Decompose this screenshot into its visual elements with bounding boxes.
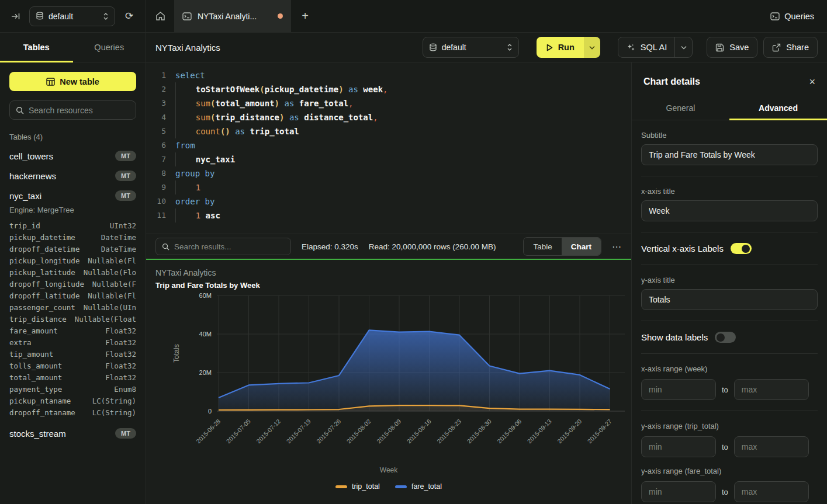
code-line[interactable]: 5 count() as trip_total [146, 124, 631, 138]
tab-title: NYTaxi Analyti... [198, 12, 272, 21]
line-number: 3 [146, 96, 166, 110]
column-row[interactable]: payment_type Enum8 [9, 384, 136, 395]
column-row[interactable]: passenger_count Nullable(UIn [9, 302, 136, 314]
chart-details-body: Subtitle x-axis title Vertical x-axis La… [632, 120, 827, 504]
column-name: total_amount [9, 372, 62, 384]
column-row[interactable]: dropoff_datetime DateTime [9, 244, 136, 255]
xaxis-title-input[interactable] [641, 200, 818, 221]
sql-ai-label: SQL AI [641, 43, 667, 52]
code-line[interactable]: 11 1 asc [146, 208, 631, 223]
more-options-icon[interactable]: ⋯ [612, 241, 622, 252]
table-name: cell_towers [9, 151, 115, 161]
column-row[interactable]: trip_id UInt32 [9, 220, 136, 232]
table-row[interactable]: hackernews MT [9, 171, 136, 181]
column-row[interactable]: dropoff_ntaname LC(String) [9, 407, 136, 419]
column-row[interactable]: pickup_latitude Nullable(Flo [9, 267, 136, 279]
save-label: Save [729, 43, 749, 52]
sql-editor[interactable]: 1select2 toStartOfWeek(pickup_datetime) … [146, 62, 631, 234]
column-row[interactable]: tolls_amount Float32 [9, 360, 136, 372]
code-line[interactable]: 6from [146, 138, 631, 152]
save-icon [715, 43, 724, 52]
queries-button[interactable]: Queries [757, 0, 827, 32]
save-button[interactable]: Save [707, 37, 757, 58]
subtitle-field-label: Subtitle [641, 131, 818, 140]
sidebar-tab-tables[interactable]: Tables [0, 33, 73, 62]
column-row[interactable]: total_amount Float32 [9, 372, 136, 384]
table-row[interactable]: cell_towers MT [9, 151, 136, 161]
database-selector-value: default [49, 12, 98, 21]
x-tick-label: 2015-09-27 [586, 418, 613, 445]
code-line[interactable]: 3 sum(total_amount) as fare_total, [146, 96, 631, 110]
search-resources-input[interactable] [29, 106, 130, 115]
chart-title: NYTaxi Analytics [155, 268, 622, 277]
run-button[interactable]: Run [537, 37, 600, 58]
column-row[interactable]: dropoff_longitude Nullable(F [9, 279, 136, 290]
database-selector[interactable]: default [29, 6, 115, 26]
chart-details-panel: Chart details × General Advanced Subtitl… [631, 62, 827, 504]
code-line[interactable]: 8group by [146, 166, 631, 180]
share-button[interactable]: Share [763, 37, 818, 58]
tab-advanced[interactable]: Advanced [729, 98, 827, 120]
legend-item[interactable]: trip_total [335, 482, 380, 491]
code-line[interactable]: 10order by [146, 194, 631, 208]
xrange-max-input[interactable] [734, 379, 809, 400]
queries-button-label: Queries [784, 12, 814, 21]
refresh-icon[interactable]: ⟳ [121, 8, 137, 25]
table-row[interactable]: stocks_stream MT [9, 428, 136, 439]
column-row[interactable]: dropoff_latitude Nullable(Fl [9, 290, 136, 302]
column-row[interactable]: fare_amount Float32 [9, 325, 136, 337]
x-tick-label: 2015-09-13 [525, 418, 553, 445]
run-options-chevron[interactable] [584, 37, 600, 58]
table-name: nyc_taxi [9, 191, 115, 201]
code-line[interactable]: 1select [146, 68, 631, 82]
sql-ai-button[interactable]: SQL AI [618, 37, 693, 58]
svg-text:60M: 60M [199, 292, 212, 299]
query-tab[interactable]: NYTaxi Analyti... [174, 0, 291, 32]
sql-ai-chevron[interactable] [674, 37, 692, 57]
table-row[interactable]: nyc_taxi MT [9, 190, 136, 201]
column-type: Enum8 [114, 384, 136, 395]
x-axis-title: Week [155, 466, 622, 474]
code-line[interactable]: 2 toStartOfWeek(pickup_datetime) as week… [146, 82, 631, 96]
view-toggle-chart[interactable]: Chart [562, 238, 601, 255]
sidebar-tab-queries[interactable]: Queries [73, 33, 146, 62]
results-search [155, 238, 291, 255]
console-icon [770, 12, 780, 20]
vertical-labels-toggle[interactable] [731, 243, 752, 254]
query-database-selector[interactable]: default [423, 37, 519, 58]
data-labels-toggle[interactable] [715, 332, 736, 343]
new-tab-button[interactable]: + [291, 0, 319, 32]
subtitle-input[interactable] [641, 144, 818, 165]
xrange-min-input[interactable] [641, 379, 716, 400]
column-row[interactable]: tip_amount Float32 [9, 349, 136, 360]
view-toggle-table[interactable]: Table [524, 238, 561, 255]
chart-plot[interactable]: 020M40M60M2015-06-282015-07-052015-07-12… [155, 290, 622, 465]
code-line[interactable]: 9 1 [146, 180, 631, 194]
column-row[interactable]: extra Float32 [9, 337, 136, 349]
yrange-fare-max-input[interactable] [734, 481, 809, 502]
legend-item[interactable]: fare_total [395, 482, 442, 491]
yrange-fare-label: y-axis range (fare_total) [641, 467, 818, 475]
new-table-button[interactable]: New table [9, 72, 136, 91]
code-line[interactable]: 4 sum(trip_distance) as distance_total, [146, 110, 631, 124]
home-icon[interactable] [146, 0, 174, 32]
column-row[interactable]: pickup_longitude Nullable(Fl [9, 255, 136, 267]
column-row[interactable]: trip_distance Nullable(Float [9, 314, 136, 325]
chart-legend: trip_total fare_total [155, 482, 622, 491]
run-button-main[interactable]: Run [537, 37, 584, 58]
column-row[interactable]: pickup_ntaname LC(String) [9, 395, 136, 407]
code-line[interactable]: 7 nyc_taxi [146, 152, 631, 166]
search-results-input[interactable] [174, 242, 285, 251]
yrange-trip-min-input[interactable] [641, 436, 716, 457]
column-row[interactable]: pickup_datetime DateTime [9, 232, 136, 244]
yrange-fare-min-input[interactable] [641, 481, 716, 502]
collapse-sidebar-icon[interactable] [8, 9, 23, 24]
database-icon [36, 12, 44, 20]
tab-general[interactable]: General [632, 98, 729, 120]
yrange-trip-max-input[interactable] [734, 436, 809, 457]
chart-details-tabs: General Advanced [632, 98, 827, 120]
column-type: Nullable(F [92, 279, 136, 290]
yaxis-title-input[interactable] [641, 289, 818, 310]
close-icon[interactable]: × [809, 77, 815, 87]
x-tick-label: 2015-08-16 [405, 418, 432, 445]
